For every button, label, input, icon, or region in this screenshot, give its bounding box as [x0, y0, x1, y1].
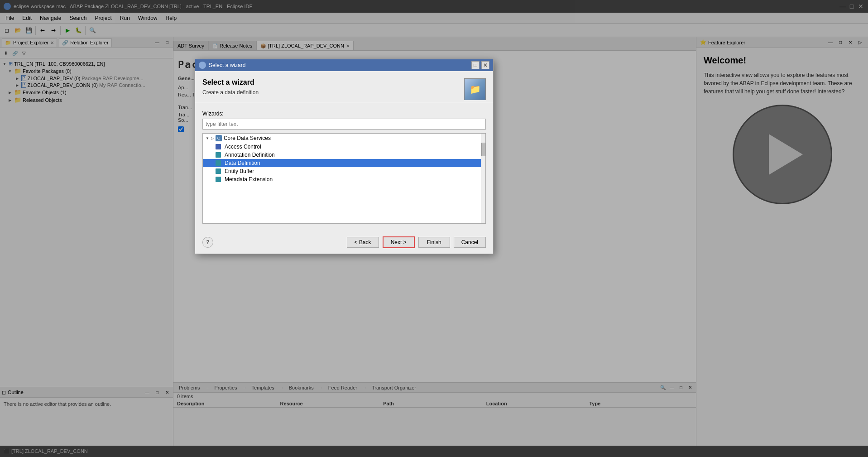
- scrollbar-thumb[interactable]: [481, 143, 485, 156]
- tree-annotation-def[interactable]: Annotation Definition: [203, 151, 481, 159]
- tree-data-definition[interactable]: Data Definition: [203, 159, 481, 167]
- modal-footer: ? < Back Next > Finish Cancel: [195, 231, 493, 254]
- back-button[interactable]: < Back: [347, 237, 379, 248]
- tree-cds-root[interactable]: ▼ ▷ C Core Data Services: [203, 134, 481, 143]
- cancel-button[interactable]: Cancel: [454, 237, 486, 248]
- modal-main-title: Select a wizard: [202, 78, 259, 87]
- modal-separator: [195, 103, 493, 103]
- entity-buffer-label: Entity Buffer: [225, 168, 254, 174]
- data-def-icon: [216, 160, 221, 166]
- modal-icon: [199, 62, 206, 69]
- entity-buffer-icon: [216, 168, 221, 174]
- tree-entity-buffer[interactable]: Entity Buffer: [203, 167, 481, 175]
- modal-header-row: Select a wizard Create a data definition…: [202, 78, 486, 103]
- cds-expand-icon: ▼: [206, 136, 209, 140]
- tree-access-control[interactable]: Access Control: [203, 143, 481, 151]
- wizard-filter-input[interactable]: [202, 119, 486, 130]
- finish-button[interactable]: Finish: [418, 237, 450, 248]
- help-button[interactable]: ?: [202, 237, 213, 248]
- select-wizard-modal: Select a wizard □ ✕ Select a wizard Crea…: [195, 59, 494, 254]
- cds-folder-icon: C: [216, 135, 222, 141]
- wizard-icon: 📁: [464, 78, 486, 100]
- metadata-ext-label: Metadata Extension: [225, 176, 273, 183]
- next-button[interactable]: Next >: [383, 236, 415, 248]
- modal-subtitle: Create a data definition: [202, 89, 259, 96]
- data-def-label: Data Definition: [225, 160, 260, 166]
- modal-titlebar: Select a wizard □ ✕: [195, 59, 493, 71]
- wizard-tree-container: ▼ ▷ C Core Data Services Access Control …: [202, 133, 486, 224]
- wizards-label: Wizards:: [202, 111, 486, 117]
- modal-close-btn[interactable]: ✕: [481, 61, 489, 69]
- access-control-icon: [216, 144, 221, 149]
- annotation-def-label: Annotation Definition: [225, 152, 275, 158]
- modal-body: Select a wizard Create a data definition…: [195, 71, 493, 231]
- modal-controls[interactable]: □ ✕: [471, 61, 489, 69]
- wizard-folder-icon: 📁: [470, 84, 481, 95]
- tree-metadata-ext[interactable]: Metadata Extension: [203, 175, 481, 183]
- modal-header-text: Select a wizard Create a data definition: [202, 78, 259, 103]
- cds-root-label: Core Data Services: [224, 135, 271, 141]
- cds-expand-icon2: ▷: [211, 136, 214, 140]
- metadata-ext-icon: [216, 177, 221, 182]
- modal-overlay: Select a wizard □ ✕ Select a wizard Crea…: [0, 0, 868, 457]
- access-control-label: Access Control: [225, 144, 261, 150]
- modal-maximize-btn[interactable]: □: [471, 61, 480, 69]
- annotation-def-icon: [216, 152, 221, 158]
- wizard-tree: ▼ ▷ C Core Data Services Access Control …: [203, 134, 481, 223]
- modal-scrollbar[interactable]: [481, 134, 485, 223]
- modal-title-text: Select a wizard: [209, 62, 469, 68]
